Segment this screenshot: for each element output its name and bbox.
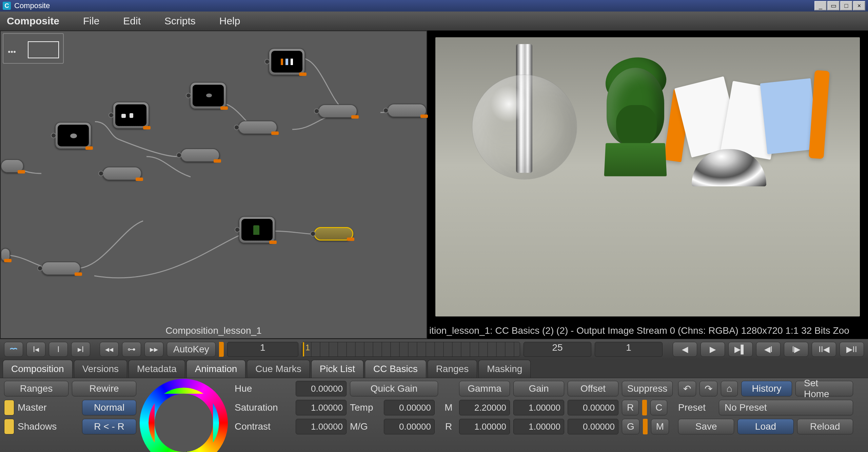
temp-field[interactable] — [384, 400, 435, 415]
m-offset-field[interactable] — [568, 400, 618, 415]
step-back-button[interactable]: ◀I — [756, 342, 781, 357]
suppress-header[interactable]: Suppress — [622, 381, 673, 396]
scene-card-blue — [760, 78, 818, 155]
step-field[interactable]: 1 — [595, 342, 663, 357]
node-thumb-4[interactable] — [269, 48, 305, 75]
timeline-ruler[interactable]: 1 — [302, 342, 520, 357]
shadows-mode-dropdown[interactable]: R < - R — [82, 419, 136, 434]
key-prev-button[interactable]: ◂◂ — [100, 342, 119, 357]
suppress-r-bar[interactable] — [642, 400, 647, 415]
node-pill-c[interactable] — [41, 262, 81, 275]
restore-button[interactable]: ▭ — [827, 1, 840, 11]
node-thumb-3[interactable] — [190, 82, 226, 109]
link-toggle-button[interactable] — [4, 342, 23, 357]
autokey-toggle[interactable]: AutoKey — [167, 342, 216, 357]
gamma-header[interactable]: Gamma — [459, 381, 510, 396]
menu-edit[interactable]: Edit — [123, 15, 141, 27]
quick-gain-button[interactable]: Quick Gain — [350, 381, 438, 396]
skip-back-button[interactable]: II◀ — [812, 342, 836, 357]
tab-animation[interactable]: Animation — [186, 360, 246, 378]
timeline-bar: I◂ I ▸I ◂◂ ⊶ ▸▸ AutoKey 1 1 25 1 ◀ ▶ ▶▌ … — [0, 339, 868, 359]
goto-end-button[interactable]: ▸I — [71, 342, 90, 357]
autokey-indicator — [219, 342, 224, 357]
menu-scripts[interactable]: Scripts — [164, 15, 196, 27]
load-button[interactable]: Load — [737, 419, 793, 434]
close-button[interactable]: × — [853, 1, 865, 11]
home-button[interactable]: ⌂ — [721, 381, 738, 396]
shadows-swatch[interactable] — [4, 419, 14, 434]
color-wheel-cursor[interactable]: ✶ — [182, 449, 191, 452]
r-gain-field[interactable] — [513, 419, 564, 434]
node-graph[interactable] — [1, 31, 427, 338]
step-forward-button[interactable]: I▶ — [784, 342, 808, 357]
suppress-g-bar[interactable] — [643, 419, 648, 434]
minimize-button[interactable]: _ — [814, 1, 827, 11]
tab-cuemarks[interactable]: Cue Marks — [247, 360, 310, 378]
set-in-button[interactable]: I — [49, 342, 68, 357]
save-button[interactable]: Save — [678, 419, 734, 434]
node-thumb-1[interactable] — [55, 122, 92, 149]
node-pill-a[interactable] — [1, 159, 24, 173]
preset-dropdown[interactable]: No Preset — [719, 400, 853, 415]
reload-button[interactable]: Reload — [797, 419, 853, 434]
ranges-button[interactable]: Ranges — [4, 381, 68, 396]
node-pill-d[interactable] — [102, 167, 142, 180]
node-graph-panel[interactable]: Composition_lesson_1 — [0, 30, 427, 339]
contrast-field[interactable] — [296, 419, 347, 434]
offset-header[interactable]: Offset — [568, 381, 618, 396]
menu-composite[interactable]: Composite — [7, 15, 59, 27]
window-controls: _ ▭ □ × — [814, 1, 865, 11]
menu-file[interactable]: File — [83, 15, 99, 27]
redo-button[interactable]: ↷ — [699, 381, 717, 396]
end-frame-field[interactable]: 25 — [524, 342, 591, 357]
mg-field[interactable] — [384, 419, 435, 434]
node-pill-f[interactable] — [238, 121, 277, 134]
hue-field[interactable] — [296, 381, 347, 396]
key-set-button[interactable]: ⊶ — [122, 342, 141, 357]
history-button[interactable]: History — [741, 381, 792, 396]
tab-ccbasics[interactable]: CC Basics — [365, 360, 426, 378]
node-pill-selected[interactable] — [314, 227, 353, 241]
play-button[interactable]: ▶ — [701, 342, 725, 357]
node-pill-e[interactable] — [180, 148, 220, 162]
hue-label: Hue — [235, 383, 292, 394]
render-viewport[interactable] — [435, 37, 860, 316]
m-gain-field[interactable] — [513, 400, 564, 415]
r-gamma-field[interactable] — [459, 419, 510, 434]
tab-picklist[interactable]: Pick List — [311, 360, 363, 378]
rewire-button[interactable]: Rewire — [72, 381, 136, 396]
set-home-button[interactable]: Set Home — [795, 381, 853, 396]
m-gamma-field[interactable] — [459, 400, 510, 415]
timeline-cursor[interactable] — [303, 342, 304, 356]
node-pill-h[interactable] — [387, 104, 427, 117]
color-wheel[interactable]: ✶ — [140, 379, 228, 452]
tab-versions[interactable]: Versions — [74, 360, 127, 378]
tab-composition[interactable]: Composition — [3, 360, 73, 378]
play-loop-button[interactable]: ▶▌ — [728, 342, 753, 357]
suppress-r-button[interactable]: R — [622, 400, 639, 415]
goto-start-button[interactable]: I◂ — [26, 342, 45, 357]
saturation-field[interactable] — [296, 400, 347, 415]
suppress-m-button[interactable]: M — [651, 419, 669, 434]
gain-header[interactable]: Gain — [513, 381, 564, 396]
current-frame-field[interactable]: 1 — [227, 342, 298, 357]
node-thumb-2[interactable] — [113, 102, 149, 129]
node-thumb-render[interactable] — [239, 216, 275, 243]
undo-button[interactable]: ↶ — [678, 381, 696, 396]
suppress-g-button[interactable]: G — [622, 419, 639, 434]
tab-masking[interactable]: Masking — [478, 360, 531, 378]
suppress-c-button[interactable]: C — [650, 400, 667, 415]
maximize-button[interactable]: □ — [840, 1, 852, 11]
tab-metadata[interactable]: Metadata — [129, 360, 185, 378]
master-swatch[interactable] — [4, 400, 14, 415]
key-next-button[interactable]: ▸▸ — [144, 342, 163, 357]
tab-ranges[interactable]: Ranges — [428, 360, 477, 378]
r-offset-field[interactable] — [568, 419, 618, 434]
node-pill-g[interactable] — [318, 104, 357, 118]
skip-forward-button[interactable]: ▶II — [840, 342, 864, 357]
node-pill-b[interactable] — [1, 248, 10, 262]
menu-help[interactable]: Help — [219, 15, 240, 27]
play-reverse-button[interactable]: ◀ — [673, 342, 697, 357]
master-mode-dropdown[interactable]: Normal — [82, 400, 136, 415]
mg-label: M/G — [350, 421, 380, 432]
